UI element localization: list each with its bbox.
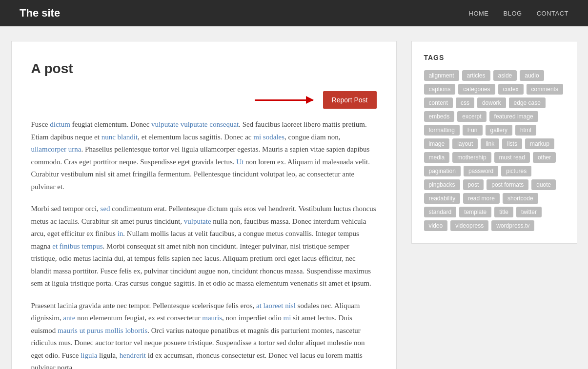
link-et-finibus[interactable]: et finibus tempus [52,242,102,250]
tag-item[interactable]: read more [463,193,500,204]
tag-item[interactable]: alignment [424,70,459,81]
tag-item[interactable]: post [463,179,484,190]
site-header: The site HOME BLOG CONTACT [0,0,588,26]
post-paragraph-2: Morbi sed tempor orci, sed condimentum e… [31,203,377,290]
tag-item[interactable]: categories [458,84,495,95]
tag-item[interactable]: readability [424,193,461,204]
tag-item[interactable]: dowork [477,97,506,108]
tag-item[interactable]: image [424,138,450,149]
tag-item[interactable]: wordpress.tv [491,220,534,231]
tag-item[interactable]: comments [527,84,563,95]
main-nav: HOME BLOG CONTACT [469,10,569,17]
nav-home[interactable]: HOME [469,10,489,17]
link-ut2[interactable]: ut purus mollis lobortis [80,327,148,334]
link-mauris[interactable]: mauris [202,314,222,322]
tag-item[interactable]: pingbacks [424,179,460,190]
post-body: Fusce dictum feugiat elementum. Donec vu… [31,118,377,369]
post-paragraph-1: Fusce dictum feugiat elementum. Donec vu… [31,118,377,193]
tag-item[interactable]: standard [424,207,457,217]
tag-item[interactable]: markup [525,138,554,149]
post-paragraph-3: Praesent lacinia gravida ante nec tempor… [31,300,377,369]
main-content: A post Report Post Fusce dictum feugiat … [11,41,397,369]
link-vulputate2[interactable]: vulputate [184,217,211,225]
tag-item[interactable]: post formats [487,179,528,190]
tag-item[interactable]: shortcode [503,193,538,204]
tag-item[interactable]: twitter [516,207,542,217]
link-vulputate[interactable]: vulputate vulputate consequat [151,120,239,128]
tag-item[interactable]: video [424,220,448,231]
link-hendrerit[interactable]: hendrerit [120,351,146,359]
link-in[interactable]: in [118,230,123,237]
tag-item[interactable]: template [459,207,491,217]
tag-item[interactable]: media [424,152,450,163]
tags-widget: TAGS alignmentarticlesasideaudiocaptions… [411,41,577,244]
tag-item[interactable]: password [464,166,498,176]
link-at-laoreet[interactable]: at laoreet nisl [256,302,296,310]
tag-item[interactable]: edge case [509,97,546,108]
arrow-line [255,99,313,101]
tag-item[interactable]: css [456,97,474,108]
link-nunc[interactable]: nunc blandit [101,133,138,141]
tags-title: TAGS [424,54,565,61]
tag-item[interactable]: articles [462,70,490,81]
tag-item[interactable]: mothership [452,152,491,163]
tag-item[interactable]: must read [494,152,530,163]
tag-item[interactable]: quote [531,179,556,190]
link-ante[interactable]: ante [63,314,75,322]
tag-item[interactable]: gallery [486,125,512,136]
tag-item[interactable]: pictures [501,166,531,176]
tag-item[interactable]: other [533,152,556,163]
report-post-button[interactable]: Report Post [323,91,377,109]
tag-item[interactable]: aside [493,70,517,81]
tag-item[interactable]: content [424,97,453,108]
link-mauris2[interactable]: mauris [58,327,78,334]
tag-item[interactable]: lists [502,138,522,149]
tag-item[interactable]: link [481,138,499,149]
link-ut[interactable]: Ut [236,158,243,166]
tag-item[interactable]: excerpt [457,111,486,122]
tag-item[interactable]: formatting [424,125,460,136]
tag-item[interactable]: videopress [450,220,488,231]
link-mi[interactable]: mi sodales [253,133,284,141]
tag-item[interactable]: audio [520,70,544,81]
tag-item[interactable]: html [515,125,536,136]
link-dictum[interactable]: dictum [50,120,70,128]
page-wrapper: A post Report Post Fusce dictum feugiat … [1,26,587,369]
tags-list: alignmentarticlesasideaudiocaptionscateg… [424,70,565,231]
link-ligula[interactable]: ligula [81,351,97,359]
link-mi2[interactable]: mi [284,314,291,322]
tag-item[interactable]: embeds [424,111,455,122]
sidebar: TAGS alignmentarticlesasideaudiocaptions… [411,41,577,369]
tag-item[interactable]: title [494,207,513,217]
link-sed[interactable]: sed [101,205,110,213]
tag-item[interactable]: layout [452,138,478,149]
post-title: A post [31,61,377,77]
tag-item[interactable]: featured image [489,111,538,122]
report-arrow [255,99,313,101]
tag-item[interactable]: Fun [463,125,483,136]
tag-item[interactable]: captions [424,84,456,95]
link-ullamcorper[interactable]: ullamcorper urna [31,145,81,153]
tag-item[interactable]: pagination [424,166,461,176]
tag-item[interactable]: codex [498,84,524,95]
site-title: The site [20,7,60,19]
nav-blog[interactable]: BLOG [504,10,522,17]
report-row: Report Post [31,91,377,109]
nav-contact[interactable]: CONTACT [537,10,568,17]
